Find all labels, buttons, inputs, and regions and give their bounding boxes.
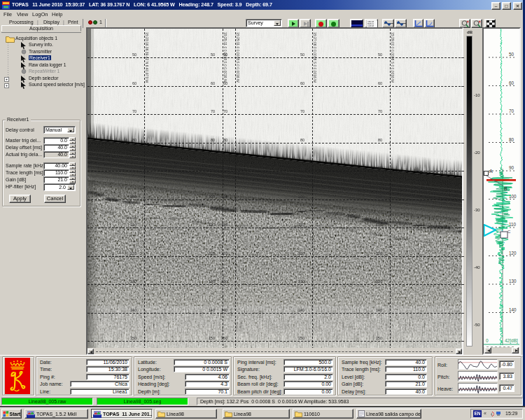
svg-text:110: 110 — [209, 223, 215, 227]
svg-text:100: 100 — [209, 195, 215, 199]
svg-text:50: 50 — [132, 52, 136, 57]
svg-text:0: 0 — [486, 338, 489, 343]
svg-text:130: 130 — [130, 279, 136, 284]
svg-text:120: 120 — [509, 251, 517, 255]
svg-text:120: 120 — [221, 251, 227, 255]
svg-text:80: 80 — [378, 138, 382, 142]
svg-text:90: 90 — [509, 165, 514, 170]
svg-text:70: 70 — [509, 108, 514, 113]
svg-text:110: 110 — [376, 223, 382, 227]
svg-text:130: 130 — [509, 279, 517, 284]
svg-text:140: 140 — [509, 307, 517, 312]
svg-text:120: 120 — [376, 251, 382, 255]
svg-text:42[dB]: 42[dB] — [505, 338, 518, 344]
svg-text:150: 150 — [298, 336, 304, 340]
svg-text:80: 80 — [300, 138, 304, 142]
svg-text:140: 140 — [130, 308, 136, 312]
svg-text:80: 80 — [223, 138, 227, 142]
svg-text:15:27:06 0 0.0008 S 0 0.0016: 15:27:06 0 0.0008 S 0 0.0016 W — [313, 32, 317, 83]
svg-text:150: 150 — [209, 336, 215, 340]
svg-text:50: 50 — [509, 52, 514, 57]
svg-text:80: 80 — [509, 137, 514, 142]
svg-text:B: B — [504, 186, 507, 191]
svg-text:80: 80 — [132, 138, 136, 142]
svg-text:150: 150 — [376, 336, 382, 340]
svg-text:120: 120 — [209, 251, 215, 255]
svg-text:130: 130 — [298, 279, 304, 284]
svg-text:130: 130 — [221, 279, 227, 284]
svg-text:60: 60 — [378, 81, 382, 85]
svg-text:100: 100 — [221, 195, 227, 199]
svg-text:15:29:00 0 0.0008 S 0 0.0016: 15:29:00 0 0.0008 S 0 0.0016 W — [391, 32, 395, 83]
svg-text:140: 140 — [298, 308, 304, 312]
svg-text:140: 140 — [376, 308, 382, 312]
svg-text:70: 70 — [223, 109, 227, 113]
svg-text:70: 70 — [132, 109, 136, 113]
svg-text:150: 150 — [130, 336, 136, 340]
svg-text:15:23:16 36 39.42 N 6 40.973: 15:23:16 36 39.42 N 6 40.973 W — [145, 32, 149, 83]
svg-text:140: 140 — [221, 308, 227, 312]
svg-text:130: 130 — [209, 279, 215, 284]
svg-text:60: 60 — [132, 81, 136, 85]
svg-text:150: 150 — [221, 336, 227, 340]
svg-text:100: 100 — [298, 195, 304, 199]
svg-text:90: 90 — [132, 166, 136, 170]
svg-text:60: 60 — [509, 80, 514, 85]
svg-text:C: C — [507, 230, 511, 234]
svg-text:70: 70 — [300, 109, 304, 113]
svg-text:110: 110 — [298, 223, 304, 227]
svg-text:70: 70 — [378, 109, 382, 113]
svg-text:110: 110 — [130, 223, 136, 227]
svg-text:60: 60 — [300, 81, 304, 85]
svg-text:100: 100 — [376, 195, 382, 199]
svg-text:A: A — [489, 169, 493, 174]
svg-text:130: 130 — [376, 279, 382, 284]
svg-text:120: 120 — [130, 251, 136, 255]
svg-text:90: 90 — [211, 166, 215, 170]
svg-text:15:25:11 0 0.0008 S 0 0.0016: 15:25:11 0 0.0008 S 0 0.0016 W — [223, 32, 227, 83]
svg-text:50: 50 — [378, 52, 382, 57]
svg-text:80: 80 — [211, 138, 215, 142]
svg-text:70: 70 — [211, 109, 215, 113]
svg-text:90: 90 — [223, 166, 227, 170]
svg-text:140: 140 — [209, 308, 215, 312]
svg-text:100: 100 — [130, 195, 136, 199]
svg-text:50: 50 — [300, 52, 304, 57]
svg-text:60: 60 — [211, 81, 215, 85]
svg-text:120: 120 — [298, 251, 304, 255]
svg-text:100: 100 — [509, 194, 517, 199]
svg-text:50: 50 — [211, 52, 215, 57]
svg-text:110: 110 — [221, 223, 227, 227]
svg-text:90: 90 — [300, 166, 304, 170]
svg-text:90: 90 — [378, 166, 382, 170]
svg-text:15:25:11 0 0.0008 S 0 0.0016: 15:25:11 0 0.0008 S 0 0.0016 W — [236, 32, 240, 83]
